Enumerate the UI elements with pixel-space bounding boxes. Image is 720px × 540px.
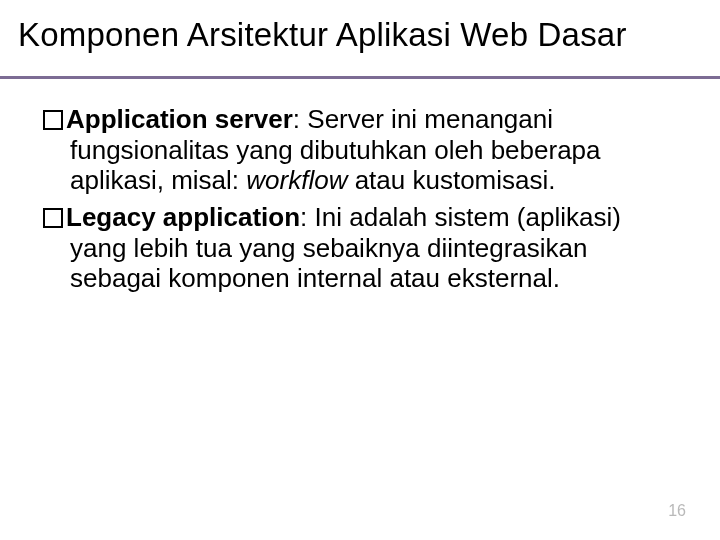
page-number: 16 bbox=[668, 502, 686, 520]
slide-body: Application server: Server ini menangani… bbox=[44, 104, 676, 300]
bullet-item: Application server: Server ini menangani… bbox=[44, 104, 676, 196]
term-separator: : bbox=[293, 104, 307, 134]
slide: Komponen Arsitektur Aplikasi Web Dasar A… bbox=[0, 0, 720, 540]
title-underline bbox=[0, 76, 720, 79]
square-bullet-icon bbox=[43, 208, 63, 228]
term-separator: : bbox=[300, 202, 314, 232]
term-label: Legacy application bbox=[66, 202, 300, 232]
bullet-item: Legacy application: Ini adalah sistem (a… bbox=[44, 202, 676, 294]
square-bullet-icon bbox=[43, 110, 63, 130]
term-italic: workflow bbox=[246, 165, 347, 195]
slide-title: Komponen Arsitektur Aplikasi Web Dasar bbox=[18, 16, 702, 54]
term-text-2: atau kustomisasi. bbox=[347, 165, 555, 195]
term-label: Application server bbox=[66, 104, 293, 134]
